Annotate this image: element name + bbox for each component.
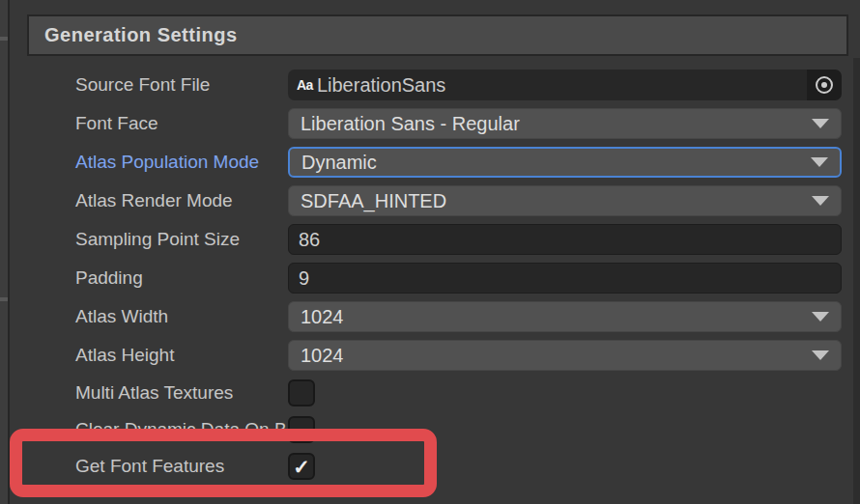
field-label: Padding: [10, 267, 288, 289]
generation-settings-header[interactable]: Generation Settings: [27, 14, 848, 56]
object-picker-button[interactable]: [807, 70, 842, 100]
check-icon: ✓: [293, 457, 310, 477]
atlas-render-mode-dropdown[interactable]: SDFAA_HINTED: [288, 185, 842, 216]
clear-dynamic-data-checkbox[interactable]: ✓: [288, 416, 315, 443]
section-title: Generation Settings: [44, 24, 238, 46]
atlas-height-value: 1024: [301, 345, 812, 367]
field-label: Multi Atlas Textures: [10, 382, 288, 404]
chevron-down-icon: [812, 119, 829, 128]
atlas-width-value: 1024: [301, 306, 812, 328]
padding-input[interactable]: [288, 263, 842, 294]
row-atlas-height: Atlas Height 1024: [10, 336, 852, 375]
field-label: Atlas Height: [10, 345, 288, 366]
object-picker-icon: [816, 76, 833, 94]
row-get-font-features: Get Font Features ✓: [10, 448, 852, 485]
font-face-value: Liberation Sans - Regular: [301, 113, 812, 135]
gutter-tick: [0, 37, 8, 41]
field-label: Sampling Point Size: [10, 229, 288, 250]
row-atlas-population-mode: Atlas Population Mode Dynamic: [10, 143, 852, 182]
field-label: Atlas Population Mode: [10, 152, 288, 173]
atlas-width-dropdown[interactable]: 1024: [288, 301, 842, 332]
row-multi-atlas-textures: Multi Atlas Textures ✓: [10, 375, 852, 411]
atlas-population-mode-dropdown[interactable]: Dynamic: [288, 147, 842, 178]
atlas-population-mode-value: Dynamic: [301, 152, 811, 174]
field-label: Font Face: [10, 113, 288, 134]
field-label: Atlas Render Mode: [10, 190, 288, 211]
sampling-point-size-input[interactable]: [288, 224, 842, 255]
font-face-dropdown[interactable]: Liberation Sans - Regular: [288, 108, 842, 139]
font-asset-icon: Aa: [288, 77, 317, 93]
chevron-down-icon: [812, 196, 829, 206]
row-clear-dynamic-data: Clear Dynamic Data On B ✓: [10, 411, 852, 448]
panel-left-gutter: [0, 0, 8, 504]
row-atlas-width: Atlas Width 1024: [10, 297, 852, 336]
settings-rows: Source Font File Aa LiberationSans Font …: [10, 66, 852, 485]
source-font-file-value: LiberationSans: [317, 74, 807, 97]
row-padding: Padding: [10, 259, 852, 297]
multi-atlas-textures-checkbox[interactable]: ✓: [288, 379, 315, 406]
atlas-render-mode-value: SDFAA_HINTED: [301, 190, 812, 212]
row-source-font-file: Source Font File Aa LiberationSans: [10, 66, 852, 104]
chevron-down-icon: [811, 157, 828, 167]
panel-right-edge: [853, 58, 860, 504]
row-font-face: Font Face Liberation Sans - Regular: [10, 104, 852, 143]
chevron-down-icon: [812, 312, 829, 322]
field-label: Atlas Width: [10, 306, 288, 327]
atlas-height-dropdown[interactable]: 1024: [288, 340, 842, 371]
row-atlas-render-mode: Atlas Render Mode SDFAA_HINTED: [10, 182, 852, 220]
chevron-down-icon: [812, 350, 829, 360]
field-label: Source Font File: [10, 74, 288, 96]
gutter-tick: [0, 297, 8, 301]
field-label: Get Font Features: [10, 456, 288, 477]
row-sampling-point-size: Sampling Point Size: [10, 220, 852, 259]
field-label: Clear Dynamic Data On B: [10, 419, 288, 440]
source-font-file-field[interactable]: Aa LiberationSans: [288, 70, 842, 100]
get-font-features-checkbox[interactable]: ✓: [288, 453, 315, 480]
